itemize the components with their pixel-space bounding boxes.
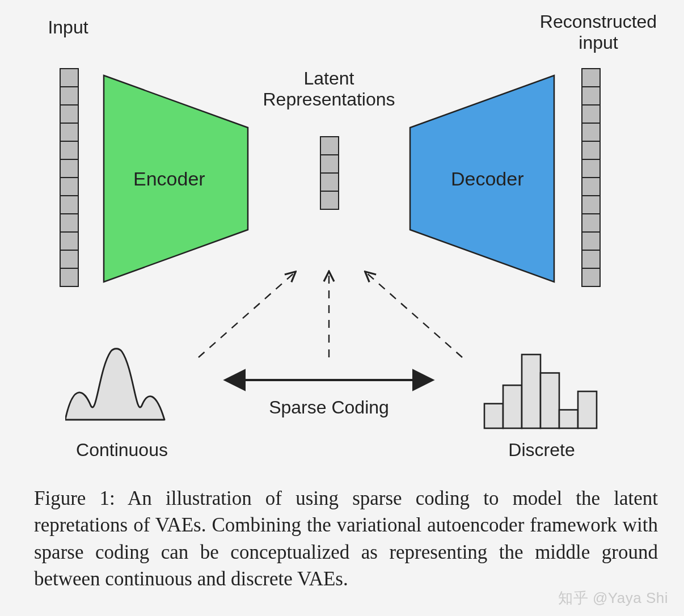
histogram-bar: [522, 355, 541, 428]
discrete-distribution: [482, 346, 601, 431]
label-discrete: Discrete: [488, 440, 596, 461]
figure-caption: Figure 1: An illustration of using spars…: [34, 485, 658, 592]
histogram-bar: [484, 404, 503, 428]
watermark: 知乎 @Yaya Shi: [558, 588, 668, 608]
label-continuous: Continuous: [60, 440, 184, 461]
histogram-bar: [541, 373, 559, 429]
histogram-bar: [559, 410, 578, 429]
arrow-discrete-to-latent: [366, 272, 462, 357]
continuous-distribution: [65, 346, 179, 431]
histogram-bar: [578, 391, 597, 428]
vae-diagram: Input Reconstructed input Latent Represe…: [34, 11, 647, 476]
histogram-bar: [503, 385, 522, 428]
arrow-continuous-to-latent: [199, 272, 295, 357]
label-sparse-coding: Sparse Coding: [244, 397, 414, 418]
